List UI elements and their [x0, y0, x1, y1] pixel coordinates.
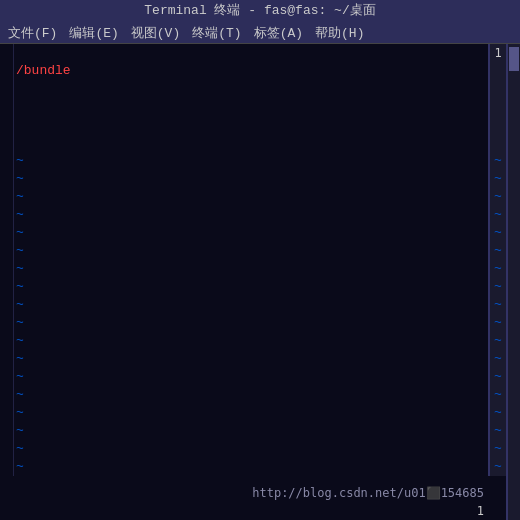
- title-text: Terminal 终端 - fas@fas: ~/桌面: [144, 3, 375, 18]
- tilde-17: ~ ~: [0, 440, 506, 458]
- line-6: [0, 134, 506, 152]
- menu-view[interactable]: 视图(V): [129, 24, 182, 42]
- tilde-8: ~ ~: [0, 278, 506, 296]
- status-line: 1: [477, 502, 484, 520]
- line-1: " Installing plugins to /home/fas/.vim 1: [0, 44, 506, 62]
- terminal-container: " Installing plugins to /home/fas/.vim 1…: [0, 44, 520, 520]
- tilde-2: ~ ~: [0, 170, 506, 188]
- line-5: * Helptags: [0, 116, 506, 134]
- scrollbar-track: [509, 44, 519, 520]
- title-bar: Terminal 终端 - fas@fas: ~/桌面: [0, 0, 520, 22]
- tilde-16: ~ ~: [0, 422, 506, 440]
- line-indicator: 1: [477, 504, 484, 518]
- tilde-10: ~ ~: [0, 314, 506, 332]
- tilde-15: ~ ~: [0, 404, 506, 422]
- tilde-11: ~ ~: [0, 332, 506, 350]
- line-right-1: 1: [488, 44, 506, 62]
- tilde-6: ~ ~: [0, 242, 506, 260]
- menu-bar: 文件(F) 编辑(E) 视图(V) 终端(T) 标签(A) 帮助(H): [0, 22, 520, 44]
- menu-terminal[interactable]: 终端(T): [190, 24, 243, 42]
- tilde-14: ~ ~: [0, 386, 506, 404]
- scrollbar[interactable]: [506, 44, 520, 520]
- menu-help[interactable]: 帮助(H): [313, 24, 366, 42]
- scrollbar-thumb[interactable]: [509, 47, 519, 71]
- watermark: http://blog.csdn.net/u01⬛154685: [252, 486, 484, 500]
- tilde-4: ~ ~: [0, 206, 506, 224]
- line-gutter-1: [0, 44, 14, 62]
- tilde-3: ~ ~: [0, 188, 506, 206]
- tilde-9: ~ ~: [0, 296, 506, 314]
- line-3: . Plugin 'VundleVim/Vundle.vim': [0, 80, 506, 98]
- vim-editor[interactable]: " Installing plugins to /home/fas/.vim 1…: [0, 44, 506, 520]
- tilde-1: ~ ~: [0, 152, 506, 170]
- tilde-12: ~ ~: [0, 350, 506, 368]
- line-2: /bundle: [0, 62, 506, 80]
- menu-file[interactable]: 文件(F): [6, 24, 59, 42]
- tilde-18: ~ ~: [0, 458, 506, 476]
- tilde-5: ~ ~: [0, 224, 506, 242]
- line-4: . Plugin 'Valloric/YouCompleteMe': [0, 98, 506, 116]
- menu-edit[interactable]: 编辑(E): [67, 24, 120, 42]
- menu-tab[interactable]: 标签(A): [252, 24, 305, 42]
- tilde-7: ~ ~: [0, 260, 506, 278]
- line-text-1: " Installing plugins to /home/fas/.vim: [14, 44, 488, 62]
- tilde-13: ~ ~: [0, 368, 506, 386]
